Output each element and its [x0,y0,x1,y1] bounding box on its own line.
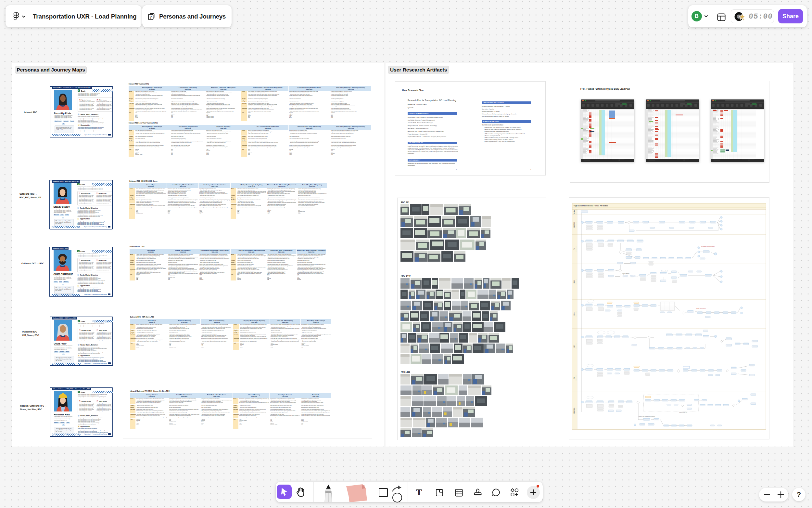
svg-text:7: 7 [150,15,152,19]
svg-text:SME: team lead: SME: team lead [576,408,576,413]
svg-text:RDC: RDC [573,280,575,283]
svg-text:BDC: BDC [573,312,575,315]
svg-text:Carrier/DC loads planned in tr: Carrier/DC loads planned in trays or adv… [638,416,655,417]
svg-text:High-Level Operational Flows:: High-Level Operational Flows: All Nodes [574,205,608,207]
svg-text:SME: team lead: SME: team lead [576,343,576,349]
svg-text:all manual within TDC: all manual within TDC [679,412,687,413]
svg-text:SME: team lead: SME: team lead [576,209,576,215]
svg-text:IDC/TDC: IDC/TDC [573,222,575,227]
svg-text:FC: FC [573,248,575,250]
svg-text:SME: team lead: SME: team lead [576,375,576,381]
svg-text:SME: team lead: SME: team lead [576,246,576,252]
svg-text:SME: team lead: SME: team lead [576,311,576,317]
svg-text:“no beds” manual process: “no beds” manual process [696,308,706,309]
svg-text:XDT: XDT [573,344,575,347]
svg-text:Can be combined: Can be combined [623,273,629,274]
svg-text:SME: team lead: SME: team lead [576,279,576,285]
svg-text:FFC: FFC [573,377,575,379]
svg-text:Can be combined: Can be combined [661,270,668,272]
svg-text:♪: ♪ [738,15,740,19]
svg-text:SME: team lead: SME: team lead [576,222,576,227]
svg-text:FFC/TDC: FFC/TDC [573,408,575,414]
svg-text:Vendor: Vendor [573,210,575,214]
svg-text:Not combined, ships by themsel: Not combined, ships by themselves [701,246,715,247]
